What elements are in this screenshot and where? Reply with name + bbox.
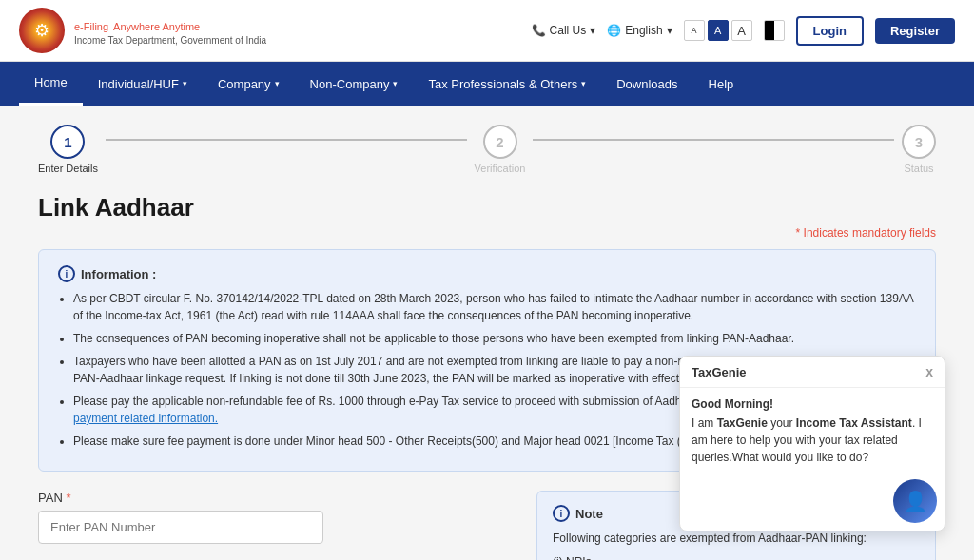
login-button[interactable]: Login [796,16,864,46]
note-info-icon: i [553,505,570,522]
mandatory-note: * Indicates mandatory fields [38,226,936,240]
note-item-1: (i) NRIs [553,553,920,560]
step-3-circle: 3 [902,125,936,159]
step-1-circle: 1 [50,125,85,159]
nav-help[interactable]: Help [693,64,750,105]
nav-company[interactable]: Company ▾ [203,64,295,105]
taxgenie-avatar: 👤 [893,479,937,523]
nav-downloads[interactable]: Downloads [601,64,692,105]
info-icon: i [58,265,75,282]
note-items: (i) NRIs (ii) Not a citizen of India (ii… [553,553,920,560]
call-chevron-icon: ▾ [590,24,595,37]
step-line-1-2 [106,139,467,141]
form-section: PAN * Aadhaar Number * i [38,491,517,560]
pan-label: PAN * [38,491,517,505]
logo-emblem: ⚙ [19,8,65,53]
step-3: 3 Status [902,125,936,174]
stepper: 1 Enter Details 2 Verification 3 Status [38,125,936,174]
taxgenie-title: TaxGenie [692,365,747,379]
taxgenie-greeting: Good Morning! [692,397,933,411]
info-bullet-2: The consequences of PAN becoming inopera… [73,330,916,347]
taxgenie-body: Good Morning! I am TaxGenie your Income … [680,388,945,475]
pan-required-star: * [66,491,70,505]
page-title: Link Aadhaar [38,193,936,222]
step-2-circle: 2 [483,125,517,159]
nav-non-company[interactable]: Non-Company ▾ [295,64,414,105]
step-1: 1 Enter Details [38,125,98,174]
header: ⚙ e-Filing Anywhere Anytime Income Tax D… [0,0,974,62]
nav-chevron-individual: ▾ [183,79,187,88]
globe-icon: 🌐 [607,24,621,37]
font-small-button[interactable]: A [684,20,705,41]
note-intro: Following categories are exempted from A… [553,530,920,548]
taxgenie-header: TaxGenie x [680,357,945,388]
step-2-label: Verification [475,163,526,174]
efiling-brand: e-Filing Anywhere Anytime [74,15,266,35]
phone-icon: 📞 [532,24,546,37]
nav-home[interactable]: Home [19,62,83,106]
header-controls: 📞 Call Us ▾ 🌐 English ▾ A A A Login Regi… [532,16,955,46]
font-medium-button[interactable]: A [708,20,729,41]
step-3-label: Status [904,163,933,174]
step-2: 2 Verification [475,125,526,174]
contrast-toggle[interactable] [764,20,785,41]
language-selector[interactable]: 🌐 English ▾ [607,24,672,37]
info-bullet-1: As per CBDT circular F. No. 370142/14/20… [73,290,916,324]
nav-chevron-non-company: ▾ [393,79,398,88]
step-line-2-3 [533,139,894,141]
taxgenie-close-button[interactable]: x [925,364,933,379]
step-1-label: Enter Details [38,163,98,174]
nav-tax-professionals[interactable]: Tax Professionals & Others ▾ [413,64,601,105]
logo-area: ⚙ e-Filing Anywhere Anytime Income Tax D… [19,8,266,53]
info-header: i Information : [58,265,916,282]
register-button[interactable]: Register [875,18,955,44]
logo-dept: Income Tax Department, Government of Ind… [74,35,266,46]
nav-individual-huf[interactable]: Individual/HUF ▾ [83,64,203,105]
main-nav: Home Individual/HUF ▾ Company ▾ Non-Comp… [0,62,974,106]
font-large-button[interactable]: A [731,20,752,41]
logo-text: e-Filing Anywhere Anytime Income Tax Dep… [74,15,266,46]
nav-chevron-tax-pro: ▾ [581,79,586,88]
taxgenie-widget: TaxGenie x Good Morning! I am TaxGenie y… [679,356,945,531]
call-us-button[interactable]: 📞 Call Us ▾ [532,24,596,37]
taxgenie-message: I am TaxGenie your Income Tax Assistant.… [692,415,933,466]
lang-chevron-icon: ▾ [667,24,672,37]
font-controls: A A A [684,20,752,41]
pan-input[interactable] [38,511,323,544]
nav-chevron-company: ▾ [275,79,280,88]
